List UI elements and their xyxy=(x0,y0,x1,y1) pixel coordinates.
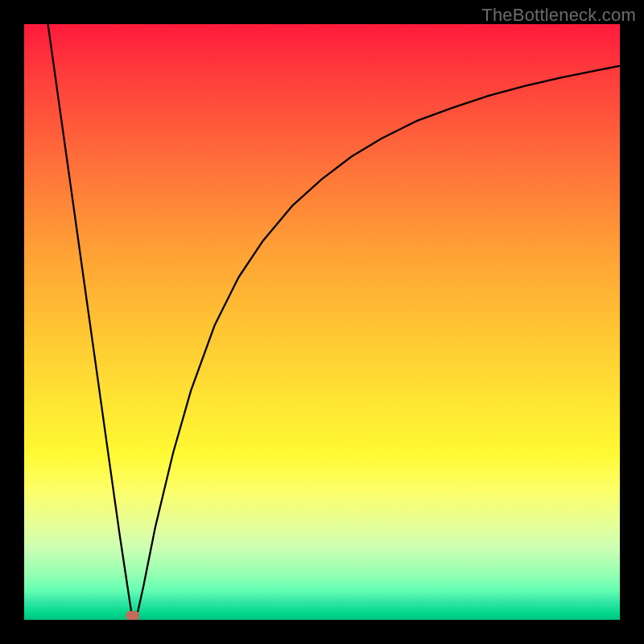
bottleneck-curve xyxy=(48,24,620,617)
plot-area xyxy=(24,24,620,620)
curve-canvas xyxy=(24,24,620,620)
watermark-label: TheBottleneck.com xyxy=(481,5,636,26)
chart-frame: TheBottleneck.com xyxy=(0,0,644,644)
optimal-marker xyxy=(126,611,139,620)
